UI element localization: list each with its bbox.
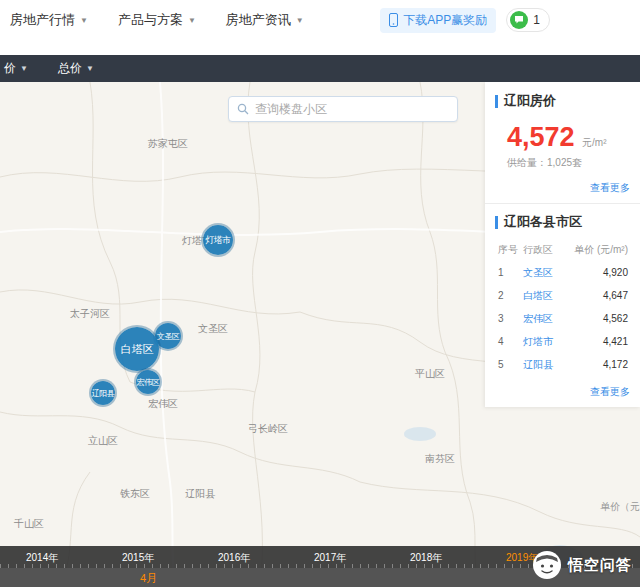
filter-price[interactable]: 价 ▼	[4, 60, 28, 77]
filter-total-price[interactable]: 总价 ▼	[58, 60, 94, 77]
chevron-down-icon: ▼	[20, 64, 28, 73]
average-price: 4,572 元/m²	[507, 122, 630, 153]
cell-price: 4,920	[573, 267, 630, 278]
map-marker-hongwei[interactable]: 宏伟区	[136, 370, 160, 394]
header-rank: 序号	[495, 243, 523, 257]
badge-count: 1	[533, 13, 540, 27]
wukong-logo-icon	[532, 550, 562, 580]
header-district: 行政区	[523, 243, 573, 257]
map-label-hongwei: 宏伟区	[148, 397, 178, 411]
map-label-gongchangling: 弓长岭区	[248, 422, 288, 436]
map-label-tiedong: 铁东区	[120, 487, 150, 501]
timeline-year[interactable]: 2018年	[410, 551, 442, 565]
chevron-down-icon: ▼	[80, 16, 88, 25]
map-marker-liaoyangxian[interactable]: 辽阳县	[91, 381, 115, 405]
map-price-legend: 单价（元	[600, 500, 640, 514]
timeline-year[interactable]: 2016年	[218, 551, 250, 565]
current-month-label: 4月	[140, 571, 157, 586]
timeline-year[interactable]: 2014年	[26, 551, 58, 565]
watermark-text: 悟空问答	[568, 556, 632, 575]
cell-district[interactable]: 白塔区	[523, 289, 573, 303]
map-label-taizihe: 太子河区	[70, 307, 110, 321]
panel-district-section: 辽阳各县市区 序号 行政区 单价 (元/m²) 1 文圣区 4,920 2 白塔	[485, 204, 640, 378]
map-label-wensheng: 文圣区	[198, 322, 228, 336]
price-unit: 元/m²	[582, 137, 606, 148]
top-navigation: 房地产行情 ▼ 产品与方案 ▼ 房地产资讯 ▼ 下载APP赢奖励	[0, 0, 640, 40]
cell-rank: 4	[495, 336, 523, 347]
page: 房地产行情 ▼ 产品与方案 ▼ 房地产资讯 ▼ 下载APP赢奖励	[0, 0, 640, 587]
view-more-districts-link[interactable]: 查看更多	[485, 378, 640, 407]
map-marker-baita[interactable]: 白塔区	[115, 327, 159, 371]
map-label-qianshan: 千山区	[14, 517, 44, 531]
nav-right-group: 下载APP赢奖励 1	[380, 8, 630, 33]
map-marker-wensheng[interactable]: 文圣区	[155, 323, 181, 349]
cell-district[interactable]: 灯塔市	[523, 335, 573, 349]
nav-item-news[interactable]: 房地产资讯 ▼	[226, 11, 304, 29]
cell-price: 4,172	[573, 359, 630, 370]
nav-item-label: 房地产资讯	[226, 11, 291, 29]
cell-price: 4,421	[573, 336, 630, 347]
panel-price-section: 辽阳房价 4,572 元/m² 供给量：1,025套	[485, 82, 640, 174]
download-app-button[interactable]: 下载APP赢奖励	[380, 8, 496, 33]
cell-price: 4,647	[573, 290, 630, 301]
message-badge[interactable]: 1	[506, 8, 550, 32]
timeline-year[interactable]: 2017年	[314, 551, 346, 565]
header-price: 单价 (元/m²)	[573, 243, 630, 257]
table-row: 4 灯塔市 4,421	[495, 330, 630, 353]
city-price-panel: 辽阳房价 4,572 元/m² 供给量：1,025套 查看更多 辽阳各县市区 序…	[485, 82, 640, 407]
chevron-down-icon: ▼	[188, 16, 196, 25]
filter-bar: 价 ▼ 总价 ▼	[0, 55, 640, 82]
map-search-box	[228, 96, 458, 122]
nav-item-products[interactable]: 产品与方案 ▼	[118, 11, 196, 29]
search-icon	[237, 103, 249, 115]
filter-total-price-label: 总价	[58, 60, 82, 77]
filter-price-label: 价	[4, 60, 16, 77]
nav-item-label: 房地产行情	[10, 11, 75, 29]
cell-rank: 3	[495, 313, 523, 324]
district-price-table: 序号 行政区 单价 (元/m²) 1 文圣区 4,920 2 白塔区 4,647	[495, 238, 630, 376]
nav-item-label: 产品与方案	[118, 11, 183, 29]
download-app-label: 下载APP赢奖励	[403, 12, 487, 29]
map-label-sujiatun: 苏家屯区	[148, 137, 188, 151]
cell-district[interactable]: 文圣区	[523, 266, 573, 280]
table-header-row: 序号 行政区 单价 (元/m²)	[495, 238, 630, 261]
cell-district[interactable]: 辽阳县	[523, 358, 573, 372]
cell-rank: 2	[495, 290, 523, 301]
cell-rank: 5	[495, 359, 523, 370]
table-row: 3 宏伟区 4,562	[495, 307, 630, 330]
chevron-down-icon: ▼	[86, 64, 94, 73]
chevron-down-icon: ▼	[296, 16, 304, 25]
cell-rank: 1	[495, 267, 523, 278]
map-label-lishan: 立山区	[88, 434, 118, 448]
search-input[interactable]	[255, 102, 449, 116]
table-row: 2 白塔区 4,647	[495, 284, 630, 307]
map-marker-dengta[interactable]: 灯塔市	[203, 225, 233, 255]
map-label-pingshan: 平山区	[415, 367, 445, 381]
timeline-year[interactable]: 2015年	[122, 551, 154, 565]
nav-item-market[interactable]: 房地产行情 ▼	[10, 11, 88, 29]
cell-district[interactable]: 宏伟区	[523, 312, 573, 326]
phone-icon	[389, 13, 398, 27]
map-label-nanfen: 南芬区	[425, 452, 455, 466]
panel-title: 辽阳房价	[495, 92, 630, 110]
price-value: 4,572	[507, 122, 575, 152]
supply-count: 供给量：1,025套	[507, 156, 630, 170]
map-label-liaoyangxian: 辽阳县	[185, 487, 215, 501]
district-section-title: 辽阳各县市区	[495, 213, 630, 231]
table-row: 1 文圣区 4,920	[495, 261, 630, 284]
map-canvas[interactable]: 苏家屯区 灯塔市 太子河区 文圣区 平山区 宏伟区 弓长岭区 南芬区 立山区 铁…	[0, 82, 640, 587]
watermark: 悟空问答	[532, 550, 632, 580]
table-row: 5 辽阳县 4,172	[495, 353, 630, 376]
cell-price: 4,562	[573, 313, 630, 324]
chat-bubble-icon	[510, 11, 528, 29]
view-more-link[interactable]: 查看更多	[485, 174, 640, 203]
